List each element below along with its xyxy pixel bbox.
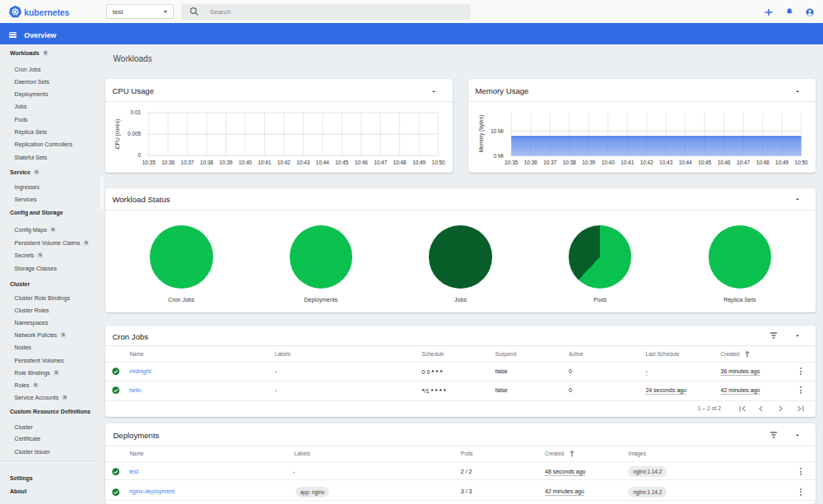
svg-text:10 Mi: 10 Mi bbox=[491, 128, 504, 134]
svg-text:10:41: 10:41 bbox=[621, 160, 634, 165]
svg-text:10:41: 10:41 bbox=[258, 160, 271, 165]
svg-text:10:43: 10:43 bbox=[296, 160, 309, 165]
svg-text:10:44: 10:44 bbox=[679, 160, 692, 165]
svg-text:10:50: 10:50 bbox=[432, 160, 445, 165]
svg-text:10:44: 10:44 bbox=[316, 160, 329, 165]
svg-text:10:39: 10:39 bbox=[582, 160, 595, 165]
svg-text:10:50: 10:50 bbox=[795, 160, 808, 165]
svg-text:10:37: 10:37 bbox=[181, 160, 194, 165]
svg-text:10:35: 10:35 bbox=[504, 160, 518, 165]
svg-text:CPU (cores): CPU (cores) bbox=[114, 119, 121, 149]
svg-text:10:45: 10:45 bbox=[335, 160, 348, 165]
svg-text:10:40: 10:40 bbox=[602, 160, 615, 165]
svg-text:0.005: 0.005 bbox=[128, 131, 141, 136]
svg-text:10:48: 10:48 bbox=[756, 160, 770, 165]
svg-text:0: 0 bbox=[138, 152, 142, 158]
svg-text:0.01: 0.01 bbox=[131, 109, 142, 115]
svg-text:10:45: 10:45 bbox=[698, 160, 711, 165]
svg-text:10:42: 10:42 bbox=[277, 160, 291, 165]
svg-text:10:36: 10:36 bbox=[161, 160, 174, 165]
svg-text:10:37: 10:37 bbox=[543, 160, 556, 165]
svg-text:10:46: 10:46 bbox=[718, 160, 731, 165]
svg-text:10:47: 10:47 bbox=[374, 160, 387, 165]
svg-text:10:40: 10:40 bbox=[239, 160, 252, 165]
svg-text:10:49: 10:49 bbox=[412, 160, 425, 165]
svg-text:10:43: 10:43 bbox=[659, 160, 672, 165]
svg-text:10:36: 10:36 bbox=[524, 160, 537, 165]
svg-text:10:47: 10:47 bbox=[737, 160, 750, 165]
svg-text:10:38: 10:38 bbox=[563, 160, 576, 165]
svg-text:10:49: 10:49 bbox=[775, 160, 788, 165]
svg-text:10:38: 10:38 bbox=[200, 160, 213, 165]
svg-text:Memory (bytes): Memory (bytes) bbox=[478, 115, 485, 153]
svg-text:0 Mi: 0 Mi bbox=[494, 153, 504, 159]
svg-text:10:46: 10:46 bbox=[355, 160, 368, 165]
svg-text:10:48: 10:48 bbox=[393, 160, 407, 165]
svg-text:10:35: 10:35 bbox=[142, 160, 156, 165]
svg-text:10:39: 10:39 bbox=[220, 160, 233, 165]
svg-text:10:42: 10:42 bbox=[640, 160, 653, 165]
